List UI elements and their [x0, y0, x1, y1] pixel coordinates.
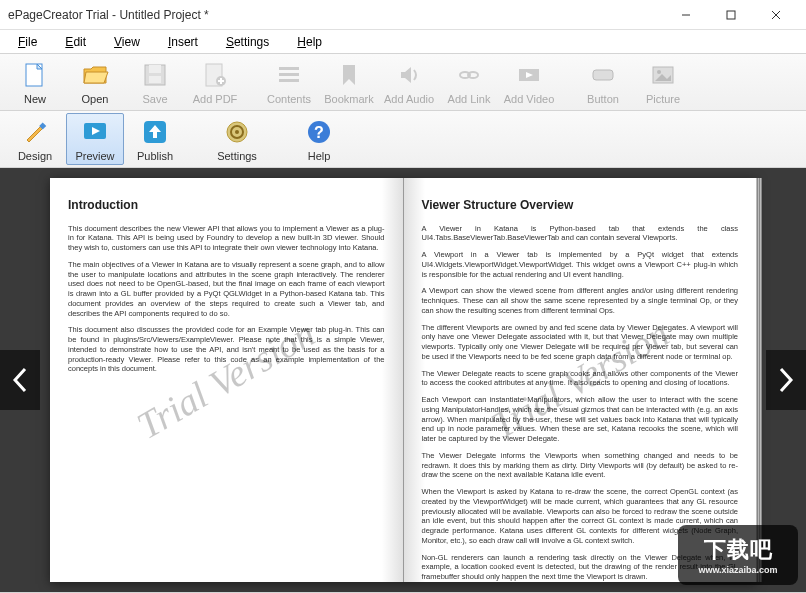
design-label: Design — [18, 150, 52, 162]
open-label: Open — [82, 93, 109, 105]
page-edges — [756, 178, 762, 582]
open-button[interactable]: Open — [66, 56, 124, 108]
site-watermark: 下载吧 www.xiazaiba.com — [678, 525, 798, 585]
add-pdf-button[interactable]: Add PDF — [186, 56, 244, 108]
next-page-button[interactable] — [766, 350, 806, 410]
design-button[interactable]: Design — [6, 113, 64, 165]
menu-help[interactable]: Help — [297, 35, 322, 49]
preview-label: Preview — [75, 150, 114, 162]
gear-icon — [221, 116, 253, 148]
add-audio-label: Add Audio — [384, 93, 434, 105]
bookmark-button[interactable]: Bookmark — [320, 56, 378, 108]
new-button[interactable]: New — [6, 56, 64, 108]
page-spread: Introduction This document describes the… — [50, 178, 756, 582]
open-folder-icon — [79, 59, 111, 91]
svg-rect-13 — [279, 67, 299, 70]
picture-label: Picture — [646, 93, 680, 105]
page-left: Introduction This document describes the… — [50, 178, 404, 582]
pdf-icon — [199, 59, 231, 91]
window-title: ePageCreator Trial - Untitled Project * — [8, 8, 663, 22]
page-right: Viewer Structure Overview A Viewer in Ka… — [404, 178, 757, 582]
save-icon — [139, 59, 171, 91]
audio-icon — [393, 59, 425, 91]
svg-rect-7 — [149, 65, 161, 73]
page-paragraph: A Viewport in a Viewer tab is implemente… — [422, 250, 739, 279]
page-heading: Introduction — [68, 198, 385, 214]
publish-icon — [139, 116, 171, 148]
button-icon — [587, 59, 619, 91]
minimize-button[interactable] — [663, 1, 708, 29]
page-paragraph: This document also discusses the provide… — [68, 325, 385, 374]
site-name: 下载吧 — [704, 535, 773, 565]
bookmark-icon — [333, 59, 365, 91]
preview-icon — [79, 116, 111, 148]
menu-settings[interactable]: Settings — [226, 35, 269, 49]
page-paragraph: Each Viewport can instantiate Manipulato… — [422, 395, 739, 444]
new-file-icon — [19, 59, 51, 91]
svg-point-31 — [235, 130, 239, 134]
svg-rect-14 — [279, 73, 299, 76]
settings-label: Settings — [217, 150, 257, 162]
bookmark-label: Bookmark — [324, 93, 374, 105]
menubar: File Edit View Insert Settings Help — [0, 30, 806, 54]
svg-rect-1 — [727, 11, 735, 19]
publish-label: Publish — [137, 150, 173, 162]
menu-file[interactable]: File — [18, 35, 37, 49]
help-label: Help — [308, 150, 331, 162]
page-paragraph: The main objectives of a Viewer in Katan… — [68, 260, 385, 319]
maximize-button[interactable] — [708, 1, 753, 29]
svg-text:?: ? — [314, 124, 324, 141]
contents-button[interactable]: Contents — [260, 56, 318, 108]
contents-label: Contents — [267, 93, 311, 105]
site-url: www.xiazaiba.com — [698, 565, 777, 575]
add-pdf-label: Add PDF — [193, 93, 238, 105]
new-label: New — [24, 93, 46, 105]
button-button[interactable]: Button — [574, 56, 632, 108]
page-paragraph: A Viewer in Katana is Python-based tab t… — [422, 224, 739, 244]
button-label: Button — [587, 93, 619, 105]
window-controls — [663, 1, 798, 29]
settings-button[interactable]: Settings — [208, 113, 266, 165]
publish-button[interactable]: Publish — [126, 113, 184, 165]
add-audio-button[interactable]: Add Audio — [380, 56, 438, 108]
video-icon — [513, 59, 545, 91]
save-label: Save — [142, 93, 167, 105]
titlebar: ePageCreator Trial - Untitled Project * — [0, 0, 806, 30]
link-icon — [453, 59, 485, 91]
menu-edit[interactable]: Edit — [65, 35, 86, 49]
page-paragraph: A Viewport can show the viewed scene fro… — [422, 286, 739, 315]
page-paragraph: The Viewer Delegate informs the Viewport… — [422, 451, 739, 480]
help-button[interactable]: ? Help — [290, 113, 348, 165]
page-paragraph: The Viewer Delegate reacts to scene grap… — [422, 369, 739, 389]
save-button[interactable]: Save — [126, 56, 184, 108]
picture-button[interactable]: Picture — [634, 56, 692, 108]
menu-view[interactable]: View — [114, 35, 140, 49]
page-paragraph: This document describes the new Viewer A… — [68, 224, 385, 253]
add-video-button[interactable]: Add Video — [500, 56, 558, 108]
add-link-label: Add Link — [448, 93, 491, 105]
svg-rect-20 — [593, 70, 613, 80]
toolbar-secondary: Design Preview Publish Settings ? Help — [0, 111, 806, 168]
help-icon: ? — [303, 116, 335, 148]
design-icon — [19, 116, 51, 148]
svg-rect-8 — [149, 76, 161, 83]
add-video-label: Add Video — [504, 93, 555, 105]
preview-button[interactable]: Preview — [66, 113, 124, 165]
page-heading: Viewer Structure Overview — [422, 198, 739, 214]
picture-icon — [647, 59, 679, 91]
close-button[interactable] — [753, 1, 798, 29]
svg-point-22 — [657, 70, 661, 74]
menu-insert[interactable]: Insert — [168, 35, 198, 49]
toolbar-main: New Open Save Add PDF Contents Bookmark … — [0, 54, 806, 111]
contents-icon — [273, 59, 305, 91]
svg-rect-15 — [279, 79, 299, 82]
prev-page-button[interactable] — [0, 350, 40, 410]
page-paragraph: The different Viewports are owned by and… — [422, 323, 739, 362]
add-link-button[interactable]: Add Link — [440, 56, 498, 108]
